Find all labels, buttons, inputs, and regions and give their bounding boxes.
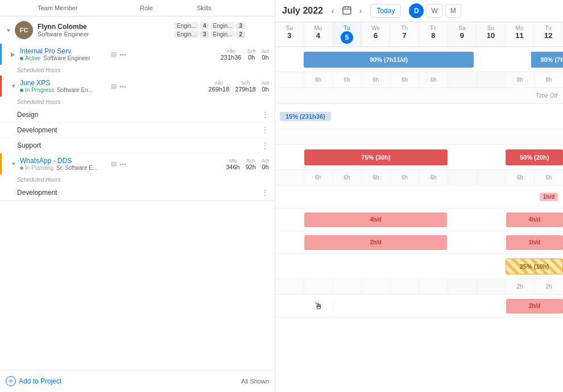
calendar-nav: ‹ › [329,5,365,18]
next-button[interactable]: › [357,5,365,16]
person-row-flynn: ▼ FC Flynn Colombe Software Engineer Eng… [0,16,275,44]
all-shown-label: All Shown [241,378,269,385]
more-icon[interactable]: ••• [119,83,126,90]
task-row-design: Design ⋮ [0,107,275,123]
skill-tag: Engin... [210,31,235,38]
cursor-icon: 🖱 [304,301,333,311]
skills-col-flynn: Engin... 4 Engin... 3 Engin... 3 Engin..… [174,22,269,38]
add-icon: + [6,376,16,386]
project-row-whatsapp: ▼ WhatsApp - DDS In Planning Sr. Softwar… [0,153,275,174]
calendar-header: July 2022 ‹ › Today D W M [275,0,563,22]
day-col-su10: Su 10 [477,22,506,47]
project-name-section-junexps: June XPS In Progress Software En... [20,79,111,93]
today-button[interactable]: Today [370,4,401,18]
gantt-row-design: 1h/d [275,186,563,208]
person-section-flynn: ▼ FC Flynn Colombe Software Engineer Eng… [0,16,275,201]
project-name-whatsapp[interactable]: WhatsApp - DDS [20,157,111,165]
task-name-design: Design [17,111,261,119]
expand-icon-internal[interactable]: ▶ [11,51,20,57]
footer: + Add to Project All Shown [0,370,275,392]
project-alloc-internal: Allo 231h36 Sch 0h Act 0h [221,48,269,61]
alloc-allo-w: Allo 346h [226,158,239,170]
day-col-mo4: Mo 4 [304,22,333,47]
day-headers: Su 3 Mo 4 Tu 5 We 6 Th 7 Fr 8 [275,22,563,47]
list-icon[interactable]: ▤ [111,51,117,58]
gantt-row-support: 2h/d 1h/d [275,231,563,254]
task-actions-dev[interactable]: ⋮ [261,126,269,135]
view-buttons: D W M [409,3,461,18]
skill-tag: Engin... [174,31,199,38]
task-row-dev: Development ⋮ [0,123,275,138]
status-text-junexps: In Progress [25,87,54,93]
header-role: Role [140,5,197,11]
alloc-act: Act 0h [262,48,269,61]
project-role-internal: Software Engineer [43,55,90,61]
status-text-internal: Active [25,55,40,61]
gantt-row-junexps: 75% (30h) 50% (20h) [275,145,563,170]
alloc-sch-j: Sch 279h18 [235,80,256,93]
day-col-sa9: Sa 9 [448,22,477,47]
list-icon[interactable]: ▤ [111,160,117,168]
expand-icon-flynn[interactable]: ▼ [6,27,15,34]
skill-count: 4 [200,22,209,30]
gantt-row-sched-whatsapp: 2h 2h [275,279,563,295]
list-icon[interactable]: ▤ [111,82,117,90]
svg-rect-0 [343,7,351,14]
scheduled-label-whatsapp: Scheduled Hours [0,174,275,185]
alloc-act-w: Act 0h [262,158,269,170]
avatar-flynn: FC [15,21,33,39]
design-hour-label: 1h/d [540,193,558,201]
day-col-fr8: Fr 8 [419,22,448,47]
alloc-allo: Allo 231h36 [221,48,242,61]
expand-icon-junexps[interactable]: ▼ [11,83,20,89]
skill-count: 3 [200,31,209,38]
calendar-icon [342,6,351,15]
support-hour-label: 2h/d [304,235,447,250]
status-dot-whatsapp [20,166,23,170]
task-row-support: Support ⋮ [0,138,275,153]
day-col-we6: We 6 [362,22,391,47]
view-day-button[interactable]: D [409,3,424,18]
bar-label-whatsapp: 25% (10h) [506,258,563,274]
project-role-whatsapp: Sr. Software E... [56,165,97,171]
add-to-project-button[interactable]: + Add to Project [6,376,61,386]
alloc-allo-j: Allo 269h18 [209,80,230,93]
gantt-row-dev-whatsapp: 🖱 2h/d [275,295,563,318]
status-text-whatsapp: In Planning [25,165,53,171]
project-status-whatsapp: In Planning Sr. Software E... [20,165,111,171]
skill-count: 3 [236,22,245,30]
project-icons-internal: ▤ ••• [111,51,126,58]
bar-label-junexps: 75% (30h) [304,149,448,165]
more-icon[interactable]: ••• [119,161,126,168]
project-row-internal: ▶ Internal Pro Serv Active Software Engi… [0,44,275,65]
gantt-row-timeoff: Time Off [275,88,563,104]
view-month-button[interactable]: M [445,4,461,18]
task-actions-support[interactable]: ⋮ [261,141,269,150]
view-week-button[interactable]: W [426,4,442,18]
header-team-member: Team Member [38,5,140,11]
status-dot-junexps [20,89,23,92]
right-panel: July 2022 ‹ › Today D W M [275,0,563,392]
task-actions-dev-whatsapp[interactable]: ⋮ [261,188,269,197]
project-name-internal[interactable]: Internal Pro Serv [20,47,111,55]
scheduled-label-internal: Scheduled Hours [0,65,275,76]
task-row-dev-whatsapp: Development ⋮ [0,185,275,201]
project-name-junexps[interactable]: June XPS [20,79,111,87]
project-icons-whatsapp: ▤ ••• [111,160,126,168]
person-info-flynn: Flynn Colombe Software Engineer [38,23,117,37]
task-actions-design[interactable]: ⋮ [261,110,269,119]
project-icons-junexps: ▤ ••• [111,82,126,90]
gantt-row-flynn-bar: 90% (7h11/d) 90% (7h11/d) [275,47,563,72]
prev-button[interactable]: ‹ [329,5,337,16]
more-icon[interactable]: ••• [119,51,126,58]
calendar-icon-button[interactable] [340,5,354,18]
bar-label-90-2: 90% (7h11/d) [531,52,563,68]
project-role-junexps: Software En... [57,87,93,93]
day-col-th7: Th 7 [390,22,419,47]
person-name-flynn: Flynn Colombe [38,23,117,31]
day-col-tu5: Tu 5 [333,22,362,47]
project-name-section-whatsapp: WhatsApp - DDS In Planning Sr. Software … [20,157,111,171]
expand-icon-whatsapp[interactable]: ▼ [11,161,20,167]
add-to-project-label: Add to Project [19,377,61,385]
gantt-bar-blue2: 90% (7h11/d) [531,52,563,68]
